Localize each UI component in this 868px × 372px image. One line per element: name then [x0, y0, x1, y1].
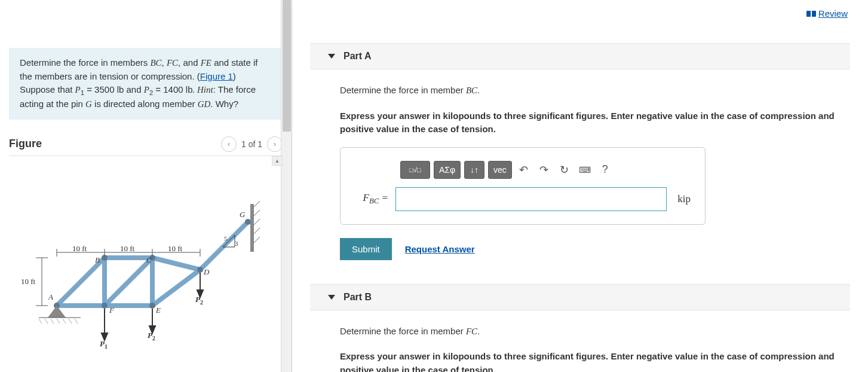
right-pane: Review Part A Determine the force in mem… — [292, 0, 868, 372]
part-b-body: Determine the force in member FC. Expres… — [340, 325, 850, 373]
answer-input[interactable] — [395, 187, 667, 211]
svg-point-12 — [149, 303, 155, 309]
part-a-section: Part A Determine the force in member BC.… — [310, 43, 850, 260]
keyboard-button[interactable]: ⌨ — [576, 161, 593, 178]
figure-link[interactable]: Figure 1 — [200, 71, 233, 81]
joint-g: G — [240, 210, 245, 219]
answer-variable: FBC = — [355, 192, 388, 206]
svg-point-11 — [102, 303, 108, 309]
dim-10ft-3: 10 ft — [168, 244, 182, 254]
svg-line-4 — [152, 258, 200, 270]
part-b-instruction: Express your answer in kilopounds to thr… — [340, 350, 850, 372]
load-p2a: P2 — [148, 331, 155, 341]
text: Determine the force in member — [340, 326, 466, 336]
equation-toolbar: □√□ ΑΣφ ↓↑ vec ↶ ↷ ↻ ⌨ ? — [400, 161, 691, 179]
figure-scroll-up[interactable]: ▲ — [272, 156, 283, 166]
text: . — [477, 326, 480, 336]
submit-button[interactable]: Submit — [340, 238, 392, 260]
p1-symbol: P — [75, 85, 81, 94]
part-b-section: Part B Determine the force in member FC.… — [310, 284, 850, 373]
reset-button[interactable]: ↻ — [556, 161, 573, 178]
svg-rect-17 — [250, 204, 254, 252]
svg-line-21 — [254, 228, 260, 234]
member-fc: FC — [466, 327, 477, 336]
member-fe: FE — [201, 58, 211, 68]
left-pane: Determine the force in members BC, FC, a… — [0, 0, 292, 372]
part-a-title: Part A — [343, 51, 372, 62]
svg-line-18 — [254, 201, 260, 207]
svg-line-31 — [75, 319, 78, 324]
book-icon — [806, 11, 816, 17]
joint-a: A — [48, 292, 53, 302]
prev-figure-button[interactable]: ‹ — [221, 136, 237, 152]
svg-point-16 — [245, 219, 251, 225]
member-gd: GD — [198, 99, 211, 109]
vector-button[interactable]: vec — [488, 161, 512, 179]
undo-button[interactable]: ↶ — [516, 161, 532, 178]
text: . Why? — [210, 99, 238, 109]
subsup-button[interactable]: ↓↑ — [464, 161, 484, 179]
svg-line-28 — [57, 319, 60, 324]
pager-text: 1 of 1 — [241, 139, 262, 149]
load-p1: P1 — [100, 339, 108, 350]
member-fc: FC — [167, 58, 178, 68]
svg-line-7 — [105, 258, 152, 306]
part-b-title: Part B — [343, 292, 372, 303]
figure-header: Figure ‹ 1 of 1 › — [9, 136, 283, 152]
text: , and — [178, 57, 201, 68]
collapse-icon — [328, 54, 335, 59]
greek-button[interactable]: ΑΣφ — [434, 161, 461, 179]
answer-box: □√□ ΑΣφ ↓↑ vec ↶ ↷ ↻ ⌨ ? FBC = kip — [340, 147, 706, 225]
joint-d: D — [204, 267, 209, 277]
text: . — [477, 85, 480, 95]
svg-line-2 — [152, 270, 200, 306]
part-b-prompt: Determine the force in member FC. — [340, 325, 850, 339]
svg-line-19 — [254, 210, 260, 216]
svg-line-25 — [39, 319, 42, 324]
pin-g: G — [85, 99, 92, 109]
templates-button[interactable]: □√□ — [400, 161, 430, 179]
unit-lb: lb — [186, 84, 193, 94]
svg-line-22 — [254, 237, 260, 243]
slope-5: 5 — [224, 235, 228, 242]
part-a-header[interactable]: Part A — [310, 43, 850, 69]
svg-line-29 — [63, 319, 66, 324]
text: , — [162, 57, 167, 68]
help-button[interactable]: ? — [597, 161, 614, 178]
svg-point-13 — [197, 267, 203, 273]
part-a-body: Determine the force in member BC. Expres… — [340, 84, 850, 260]
slope-3: 3 — [235, 240, 238, 247]
redo-button[interactable]: ↷ — [536, 161, 553, 178]
joint-c: C — [146, 255, 152, 265]
text: Determine the force in members — [20, 57, 150, 68]
joint-b: B — [95, 255, 100, 265]
dim-10ft-1: 10 ft — [72, 244, 87, 254]
dim-10ft-2: 10 ft — [120, 244, 134, 254]
p2-symbol: P — [144, 85, 149, 94]
hint-label: . Hint — [192, 85, 213, 94]
part-a-instruction: Express your answer in kilopounds to thr… — [340, 109, 850, 136]
text: and — [124, 84, 143, 94]
unit-lb: lb — [117, 84, 124, 94]
scrollbar-thumb[interactable] — [283, 0, 291, 132]
figure-pager: ‹ 1 of 1 › — [221, 136, 283, 152]
part-b-header[interactable]: Part B — [310, 284, 850, 310]
part-a-prompt: Determine the force in member BC. — [340, 84, 850, 97]
svg-line-30 — [69, 319, 72, 324]
request-answer-link[interactable]: Request Answer — [405, 244, 475, 254]
figure-title: Figure — [9, 138, 42, 150]
answer-unit: kip — [677, 193, 691, 205]
svg-line-27 — [51, 319, 54, 324]
svg-line-26 — [45, 319, 48, 324]
review-text: Review — [818, 8, 848, 19]
text: = 3500 — [84, 84, 117, 94]
load-p2b: P2 — [195, 295, 203, 306]
submit-row: Submit Request Answer — [340, 238, 850, 260]
problem-statement: Determine the force in members BC, FC, a… — [9, 48, 283, 120]
svg-line-5 — [57, 258, 105, 306]
figure-panel: ▲ — [9, 155, 283, 347]
review-link[interactable]: Review — [806, 8, 848, 19]
collapse-icon — [328, 295, 335, 300]
text: is directed along member — [92, 99, 198, 109]
truss-figure: 10 ft 10 ft 10 ft 10 ft 5 3 A B C D E F … — [21, 192, 260, 341]
